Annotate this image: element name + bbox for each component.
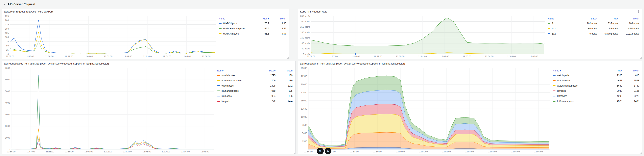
series-color-icon — [217, 96, 220, 96]
panel-title[interactable]: Kube API Request Rate — [300, 10, 327, 13]
svg-text:200 ops/s: 200 ops/s — [300, 31, 310, 34]
legend-row: 5xx0 ops/s0.0792 ops/s0.0113 ops/s — [548, 31, 639, 36]
series-name[interactable]: WATCH/pods — [223, 22, 238, 25]
legend-value: 139 — [276, 79, 292, 82]
panel-title[interactable]: api-requests/min from audit.log (User: s… — [300, 62, 405, 65]
panel-resize-handle[interactable] — [640, 152, 642, 154]
series-name[interactable]: 2xx — [552, 22, 556, 25]
svg-text:11:58:00: 11:58:00 — [45, 55, 54, 58]
series-name[interactable]: list/nodes — [222, 95, 232, 98]
svg-text:11:59:00: 11:59:00 — [65, 55, 73, 58]
series-name[interactable]: list/namespaces — [222, 90, 238, 92]
panel-header: api-requests/sec from audit.log (User: s… — [2, 61, 295, 66]
panel-resize-handle[interactable] — [640, 57, 642, 59]
legend-value: 12.2 — [276, 84, 292, 87]
time-series-plot[interactable]: 025507510012515017520022511:56:0011:57:0… — [3, 14, 218, 58]
series-name[interactable]: watch/pods — [222, 84, 234, 87]
zoom-history-back-button[interactable]: ↺ — [317, 148, 324, 154]
legend-col-name[interactable]: Name ▾ — [553, 69, 605, 72]
series-color-icon — [553, 90, 556, 91]
panel-kube-api-request-rate: Kube API Request Rate ⋮ 0 ops/s50 ops/s1… — [298, 9, 642, 59]
series-name[interactable]: WATCH/namespaces — [223, 27, 246, 30]
legend-value: 0.0113 ops/s — [618, 32, 639, 35]
svg-text:12:00:00: 12:00:00 — [84, 55, 93, 58]
zoom-history-forward-button[interactable]: ↻ — [325, 148, 332, 154]
legend-col-name[interactable]: Name — [219, 17, 252, 20]
legend-col[interactable]: Last * — [576, 17, 597, 20]
panel-title[interactable]: apiserver_request_total/sec - verb WATCH — [4, 10, 53, 13]
svg-text:3000: 3000 — [5, 113, 10, 116]
series-name[interactable]: watch/nodes — [557, 79, 570, 82]
svg-text:11:56:00: 11:56:00 — [6, 55, 14, 58]
legend-col-name[interactable]: Name — [217, 69, 258, 72]
series-name[interactable]: watch/namespaces — [222, 79, 242, 82]
panel-menu-icon[interactable]: ⋮ — [636, 10, 641, 13]
svg-text:12:01:00: 12:01:00 — [419, 150, 428, 153]
legend-header: Name ▾MaxMean — [553, 68, 639, 73]
legend-col[interactable]: Mean — [618, 17, 639, 20]
time-series-plot[interactable]: 0100020003000400050006000700011:56:0011:… — [3, 66, 216, 154]
legend-col-name[interactable]: Name — [548, 17, 576, 20]
legend-row: watch/namespaces1709139 — [217, 78, 292, 83]
panel-apiserver-request-total: apiserver_request_total/sec - verb WATCH… — [2, 9, 289, 59]
svg-text:300 ops/s: 300 ops/s — [300, 20, 310, 23]
legend-row: watch/nodes1795139 — [217, 73, 292, 78]
svg-text:12:06:00: 12:06:00 — [529, 55, 538, 58]
legend-col[interactable]: Mean — [276, 69, 292, 72]
legend-value: 1780 — [622, 84, 639, 87]
panel-resize-handle[interactable] — [287, 57, 289, 59]
svg-text:11:59:00: 11:59:00 — [374, 55, 382, 58]
row-header-api-server-request[interactable]: API-Server Request — [3, 2, 35, 6]
series-name[interactable]: watch/namespaces — [557, 84, 578, 87]
svg-text:11:58:00: 11:58:00 — [352, 55, 360, 58]
series-name[interactable]: watch/pods — [557, 74, 569, 77]
svg-text:150: 150 — [5, 28, 9, 30]
legend-col[interactable]: Max — [605, 69, 622, 72]
legend-table: NameMax ▾Meanwatch/nodes1795139watch/nam… — [216, 66, 294, 154]
panel-api-requests-per-sec: api-requests/sec from audit.log (User: s… — [2, 61, 296, 154]
time-series-plot[interactable]: 0 ops/s50 ops/s100 ops/s150 ops/s200 ops… — [299, 14, 547, 58]
series-color-icon — [217, 90, 220, 91]
svg-text:6000: 6000 — [5, 78, 10, 81]
svg-text:1000: 1000 — [5, 136, 10, 139]
legend-value: 4328 — [605, 100, 622, 102]
series-color-icon — [219, 33, 222, 34]
svg-text:12:03:00: 12:03:00 — [143, 55, 152, 58]
series-name[interactable]: watch/nodes — [222, 74, 235, 77]
legend-row: watch/pods2325610 — [553, 73, 639, 78]
panel-title[interactable]: api-requests/sec from audit.log (User: s… — [4, 62, 109, 65]
svg-text:0: 0 — [9, 148, 10, 151]
legend-col[interactable]: Mean — [622, 69, 639, 72]
chart-canvas[interactable]: 025507510012515017520022511:56:0011:57:0… — [3, 14, 218, 58]
legend-value: 156 — [276, 95, 292, 98]
time-series-plot[interactable]: 0250050007500100001250015000175002000022… — [299, 66, 552, 154]
series-name[interactable]: 4xx — [552, 27, 556, 30]
chart-canvas[interactable]: 0100020003000400050006000700011:56:0011:… — [3, 66, 216, 154]
series-name[interactable]: list/nodes — [557, 95, 567, 98]
series-name[interactable]: list/namespaces — [557, 100, 574, 102]
legend-row: list/pods30431135 — [553, 88, 639, 94]
legend-value: 1795 — [258, 74, 276, 77]
legend-col[interactable]: Max ▾ — [258, 69, 276, 72]
chart-canvas[interactable]: 0250050007500100001250015000175002000022… — [299, 66, 552, 154]
series-name[interactable]: list/pods — [222, 100, 230, 102]
svg-text:12:02:00: 12:02:00 — [123, 150, 132, 153]
svg-text:175: 175 — [5, 23, 9, 26]
svg-text:12:06:00: 12:06:00 — [200, 150, 209, 153]
svg-text:12:05:00: 12:05:00 — [511, 150, 520, 153]
series-name[interactable]: WATCH/nodes — [223, 32, 239, 35]
chart-canvas[interactable]: 0 ops/s50 ops/s100 ops/s150 ops/s200 ops… — [299, 14, 547, 58]
svg-text:0: 0 — [8, 53, 9, 55]
legend-col[interactable]: Max ▾ — [252, 17, 269, 20]
series-name[interactable]: list/pods — [557, 90, 566, 92]
svg-text:12:03:00: 12:03:00 — [463, 55, 471, 58]
panel-resize-handle[interactable] — [293, 152, 295, 154]
legend-col[interactable]: Mean — [269, 17, 286, 20]
svg-text:0 ops/s: 0 ops/s — [303, 53, 310, 55]
series-name[interactable]: 5xx — [552, 32, 556, 35]
legend-header: NameMax ▾Mean — [219, 16, 286, 21]
svg-text:12:02:00: 12:02:00 — [124, 55, 132, 58]
legend-value: 24.4 — [276, 100, 292, 102]
legend-col[interactable]: Max — [597, 17, 618, 20]
svg-text:0: 0 — [306, 148, 307, 151]
